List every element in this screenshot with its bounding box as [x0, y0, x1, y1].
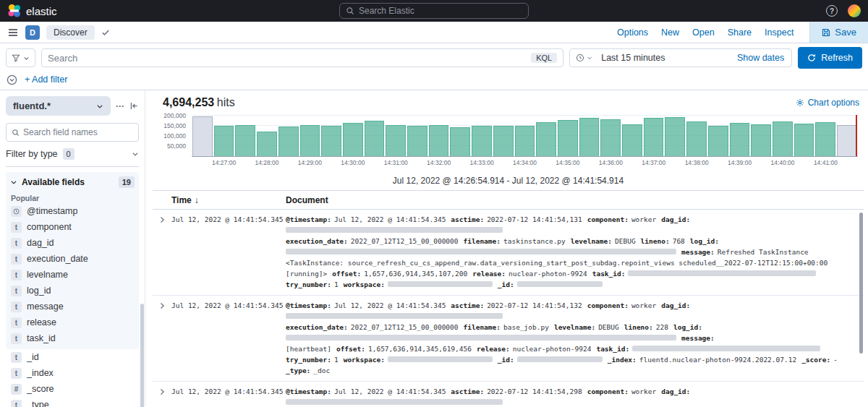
histogram-bar[interactable]: [192, 116, 213, 156]
histogram-bar[interactable]: [536, 122, 556, 156]
histogram-bar[interactable]: [579, 118, 600, 156]
histogram-bar[interactable]: [686, 121, 707, 156]
hits-count: 4,694,253 hits: [163, 96, 235, 109]
histogram-bar[interactable]: [794, 124, 814, 156]
available-fields-header[interactable]: Available fields 19: [6, 173, 139, 191]
menu-icon[interactable]: [7, 27, 19, 38]
histogram-bar[interactable]: [558, 120, 578, 156]
filter-icon: [12, 53, 20, 62]
field-item-_id[interactable]: t_id: [6, 349, 139, 365]
expand-row-icon[interactable]: [153, 386, 171, 407]
time-column-header[interactable]: Time ↓: [153, 195, 286, 205]
field-item-_type[interactable]: t_type: [6, 397, 139, 407]
row-timestamp: Jul 12, 2022 @ 14:41:54.345: [171, 386, 286, 407]
field-item-levelname[interactable]: tlevelname: [6, 267, 139, 283]
filter-set-menu-icon[interactable]: [7, 74, 17, 85]
string-field-icon: t: [11, 286, 22, 296]
user-menu-icon[interactable]: [848, 4, 861, 17]
options-button[interactable]: Options: [617, 27, 648, 38]
field-name: @timestamp: [27, 206, 77, 216]
row-timestamp: Jul 12, 2022 @ 14:41:54.345: [171, 300, 286, 376]
add-filter-button[interactable]: + Add filter: [25, 74, 67, 85]
table-scrollbar[interactable]: [859, 213, 863, 354]
histogram-bar[interactable]: [708, 126, 728, 156]
histogram-bar[interactable]: [407, 126, 427, 156]
histogram-bar[interactable]: [665, 117, 685, 156]
new-button[interactable]: New: [661, 27, 679, 38]
field-item-dag_id[interactable]: tdag_id: [6, 235, 139, 251]
field-item-execution_date[interactable]: texecution_date: [6, 251, 139, 267]
refresh-button[interactable]: Refresh: [798, 47, 862, 69]
histogram-bar[interactable]: [343, 123, 363, 156]
filter-by-type[interactable]: Filter by type 0: [6, 148, 139, 167]
sidebar-scrollbar[interactable]: [140, 304, 144, 407]
elastic-logo[interactable]: elastic: [7, 4, 339, 18]
current-time-marker: [856, 115, 857, 156]
histogram-bar[interactable]: [600, 119, 621, 156]
string-field-icon: t: [11, 400, 22, 407]
breadcrumb[interactable]: Discover: [46, 25, 95, 40]
table-header: Time ↓ Document: [153, 191, 864, 210]
histogram-bar[interactable]: [429, 125, 449, 156]
histogram-bar[interactable]: [278, 127, 299, 156]
field-name: task_id: [27, 333, 56, 343]
redacted-value: [388, 356, 493, 362]
expand-row-icon[interactable]: [153, 300, 171, 376]
inspect-button[interactable]: Inspect: [765, 27, 793, 38]
saved-query-menu-button[interactable]: [6, 48, 35, 67]
space-avatar[interactable]: D: [25, 25, 40, 40]
histogram-bar[interactable]: [450, 127, 470, 156]
field-item-release[interactable]: trelease: [6, 314, 139, 330]
index-pattern-switcher[interactable]: fluentd.*: [6, 96, 111, 116]
histogram-bar[interactable]: [365, 121, 385, 156]
histogram-bar[interactable]: [622, 124, 642, 156]
query-search-box[interactable]: KQL: [41, 48, 563, 67]
time-range-value[interactable]: Last 15 minutes: [598, 53, 668, 63]
global-search-input[interactable]: [359, 6, 522, 16]
field-name: _index: [27, 368, 54, 378]
histogram-bar[interactable]: [730, 123, 750, 156]
query-input[interactable]: [48, 53, 527, 64]
chart-options-button[interactable]: Chart options: [796, 98, 859, 108]
histogram-bar[interactable]: [493, 126, 514, 157]
search-icon: [12, 129, 20, 137]
field-item-message[interactable]: tmessage: [6, 299, 139, 314]
collapse-sidebar-icon[interactable]: [129, 101, 139, 111]
kql-badge[interactable]: KQL: [531, 53, 557, 63]
histogram-bar[interactable]: [472, 126, 492, 156]
field-item-_score[interactable]: #_score: [6, 381, 139, 397]
global-search[interactable]: [339, 3, 529, 19]
histogram-bar[interactable]: [644, 118, 664, 156]
histogram-bar[interactable]: [773, 121, 793, 156]
histogram-bar[interactable]: [257, 132, 277, 156]
histogram-bar[interactable]: [235, 125, 255, 156]
field-item-log_id[interactable]: tlog_id: [6, 283, 139, 299]
field-search[interactable]: [6, 123, 139, 142]
field-item-component[interactable]: tcomponent: [6, 219, 139, 235]
redacted-value: [517, 356, 603, 362]
field-search-input[interactable]: [23, 127, 133, 137]
open-button[interactable]: Open: [692, 27, 715, 38]
histogram-bar[interactable]: [386, 125, 406, 156]
field-item-task_id[interactable]: ttask_id: [6, 330, 139, 346]
fields-sidebar: fluentd.* ··· Filter by type 0: [0, 90, 145, 407]
row-document: @timestamp:Jul 12, 2022 @ 14:41:54.345as…: [286, 214, 864, 290]
histogram-bar[interactable]: [815, 122, 835, 156]
histogram-bar[interactable]: [300, 125, 320, 156]
show-dates-button[interactable]: Show dates: [737, 53, 791, 63]
ellipsis-icon[interactable]: ···: [116, 102, 124, 111]
histogram-bar[interactable]: [321, 126, 341, 156]
expand-row-icon[interactable]: [153, 214, 171, 290]
clock-dropdown-button[interactable]: [570, 53, 598, 62]
histogram-bar[interactable]: [214, 126, 234, 156]
histogram-plot[interactable]: [192, 115, 858, 157]
help-icon[interactable]: ?: [826, 5, 838, 17]
save-button[interactable]: Save: [809, 22, 868, 43]
field-item-@timestamp[interactable]: @timestamp: [6, 203, 139, 219]
elastic-logo-icon: [7, 4, 22, 18]
share-button[interactable]: Share: [728, 27, 752, 38]
histogram-bar[interactable]: [751, 124, 771, 156]
histogram-bar[interactable]: [515, 126, 535, 156]
histogram-bar[interactable]: [837, 125, 857, 156]
field-item-_index[interactable]: t_index: [6, 365, 139, 381]
